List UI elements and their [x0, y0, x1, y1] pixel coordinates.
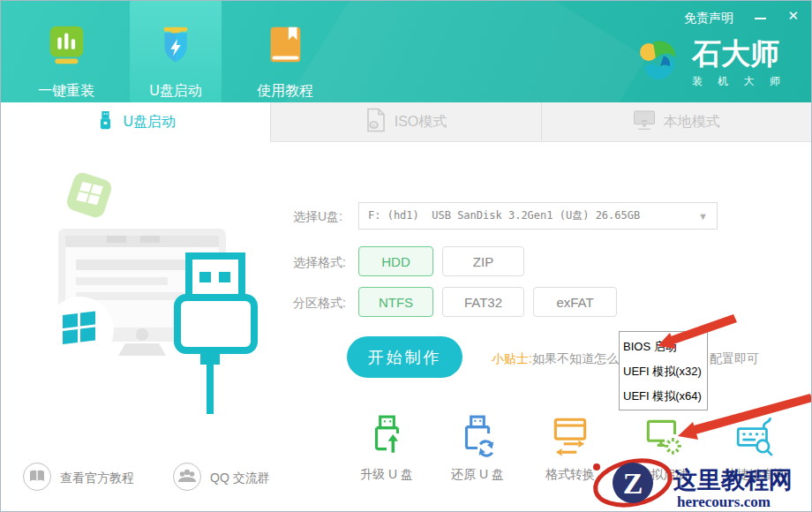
partition-option-exfat[interactable]: exFAT — [533, 287, 617, 317]
tool-restore-usb[interactable]: 还原 U 盘 — [432, 414, 523, 483]
popup-item-uefi-x32[interactable]: UEFI 模拟(x32) — [620, 359, 707, 384]
mode-tab-iso[interactable]: ISO ISO模式 — [270, 102, 540, 142]
disclaimer-link[interactable]: 免责声明 — [684, 11, 733, 26]
tip-prefix: 小贴士: — [492, 351, 532, 365]
nav-tab-tutorial[interactable]: 使用教程 — [240, 1, 330, 102]
tool-label: 格式转换 — [524, 467, 616, 483]
usb-stick-icon — [95, 110, 115, 135]
usb-select-label: 选择U盘: — [293, 209, 342, 225]
format-option-hdd[interactable]: HDD — [358, 246, 433, 276]
book-icon — [262, 23, 308, 72]
official-tutorial-label: 查看官方教程 — [60, 471, 134, 486]
partition-label: 分区格式: — [293, 296, 346, 312]
nav-tab-label: 使用教程 — [257, 82, 313, 101]
iso-file-icon: ISO — [365, 108, 387, 136]
format-label: 选择格式: — [293, 255, 346, 271]
bar-chart-icon — [43, 23, 89, 72]
mode-tab-label: 本地模式 — [664, 113, 720, 132]
partition-option-ntfs[interactable]: NTFS — [358, 287, 433, 317]
minimize-button[interactable] — [755, 10, 768, 24]
popup-item-uefi-x64[interactable]: UEFI 模拟(x64) — [620, 384, 707, 409]
tool-upgrade-usb[interactable]: 升级 U 盘 — [341, 414, 432, 483]
nav-tab-usb-boot[interactable]: U盘启动 — [130, 1, 222, 102]
shield-lightning-icon — [153, 23, 199, 72]
tool-label: 模拟启动 — [617, 467, 709, 483]
start-create-button[interactable]: 开始制作 — [347, 336, 462, 378]
mode-tab-label: U盘启动 — [123, 113, 176, 132]
watermark-url: herecours.com — [677, 493, 771, 510]
monitor-icon — [633, 109, 656, 134]
usb-select-value: F: (hd1) USB SanDisk 3.2Gen1 (U盘) 26.65G… — [368, 208, 698, 223]
book-circle-icon — [22, 462, 52, 494]
usb-select[interactable]: F: (hd1) USB SanDisk 3.2Gen1 (U盘) 26.65G… — [358, 202, 718, 230]
brand-logo-icon — [637, 38, 683, 89]
mode-tab-usb-boot[interactable]: U盘启动 — [1, 102, 270, 142]
brand-title: 石大师 — [692, 38, 786, 70]
usb-illustration — [27, 169, 292, 437]
usb-upgrade-icon — [365, 446, 409, 461]
simulate-boot-icon — [641, 446, 685, 461]
chevron-down-icon: ▼ — [698, 211, 708, 222]
qq-group-label: QQ 交流群 — [210, 471, 270, 486]
nav-tab-one-key-reinstall[interactable]: 一键重装 — [21, 1, 111, 102]
format-option-zip[interactable]: ZIP — [442, 246, 524, 276]
brand-subtitle: 装 机 大 师 — [692, 74, 786, 89]
tip-text-left: 小贴士:如果不知道怎么 — [492, 351, 619, 367]
app-window: 一键重装 U盘启动 使用教程 — [0, 0, 812, 512]
header: 一键重装 U盘启动 使用教程 — [1, 1, 811, 102]
nav-tab-label: U盘启动 — [149, 82, 202, 101]
tool-label: 快捷键查询 — [710, 467, 801, 483]
partition-option-fat32[interactable]: FAT32 — [442, 287, 524, 317]
mode-tab-local[interactable]: 本地模式 — [541, 102, 811, 142]
format-convert-icon — [548, 446, 592, 461]
iso-icon-text: ISO — [370, 124, 377, 128]
tool-simulate-boot[interactable]: 模拟启动 — [617, 414, 709, 483]
nav-tab-label: 一键重装 — [38, 82, 94, 101]
brand-logo: 石大师 装 机 大 师 — [637, 38, 786, 89]
tool-label: 还原 U 盘 — [432, 467, 523, 483]
mode-tab-bar: U盘启动 ISO ISO模式 本地 — [1, 102, 811, 142]
tip-text-right: 配置即可 — [710, 351, 759, 367]
tip-left-text: 如果不知道怎么 — [532, 351, 619, 365]
close-button[interactable]: ✕ — [787, 8, 799, 24]
boot-mode-popup: BIOS 启动 UEFI 模拟(x32) UEFI 模拟(x64) — [619, 331, 708, 410]
mode-tab-label: ISO模式 — [395, 113, 447, 132]
popup-item-bios[interactable]: BIOS 启动 — [620, 335, 707, 359]
official-tutorial-link[interactable]: 查看官方教程 — [22, 462, 134, 494]
people-circle-icon — [172, 462, 202, 494]
tool-label: 升级 U 盘 — [341, 467, 432, 483]
qq-group-link[interactable]: QQ 交流群 — [172, 462, 270, 494]
tool-format-convert[interactable]: 格式转换 — [524, 414, 616, 483]
tool-shortcut-query[interactable]: 快捷键查询 — [710, 414, 801, 483]
usb-restore-icon — [455, 446, 500, 461]
keyboard-search-icon — [733, 446, 778, 461]
